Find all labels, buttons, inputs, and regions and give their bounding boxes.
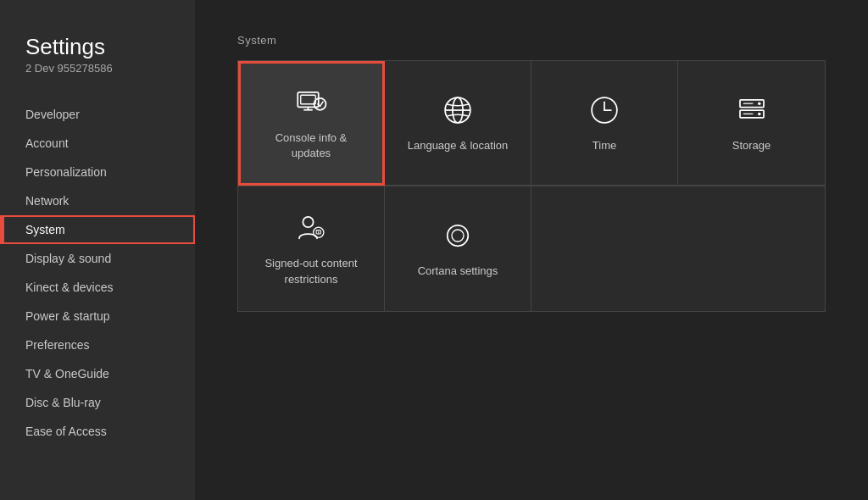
sidebar-item-power-startup[interactable]: Power & startup	[0, 302, 195, 331]
svg-point-21	[448, 225, 469, 247]
sidebar-header: Settings 2 Dev 955278586	[0, 34, 195, 100]
language-location-label: Language & location	[408, 138, 509, 153]
grid-item-signed-out-content[interactable]: Signed-out content restrictions	[238, 186, 385, 310]
grid-item-time[interactable]: Time	[531, 61, 678, 186]
section-label: System	[237, 34, 826, 47]
storage-label: Storage	[732, 138, 771, 153]
svg-point-17	[303, 217, 313, 227]
signed-out-label: Signed-out content restrictions	[264, 256, 357, 286]
sidebar-item-tv-oneguide[interactable]: TV & OneGuide	[0, 359, 195, 388]
console-info-label: Console info & updates	[275, 131, 348, 161]
cortana-label: Cortana settings	[418, 264, 498, 279]
sidebar: Settings 2 Dev 955278586 Developer Accou…	[0, 0, 195, 500]
grid-row-1: Console info & updates Language & locati…	[238, 61, 825, 186]
sidebar-item-kinect-devices[interactable]: Kinect & devices	[0, 273, 195, 302]
sidebar-item-network[interactable]: Network	[0, 186, 195, 215]
svg-point-22	[452, 230, 464, 242]
sidebar-item-disc-bluray[interactable]: Disc & Blu-ray	[0, 388, 195, 417]
grid-row-2: Signed-out content restrictions Cortana …	[238, 186, 825, 310]
time-label: Time	[593, 138, 616, 153]
grid-item-language-location[interactable]: Language & location	[385, 61, 531, 186]
sidebar-item-account[interactable]: Account	[0, 129, 195, 158]
grid-empty-1	[531, 186, 678, 310]
grid-item-cortana-settings[interactable]: Cortana settings	[385, 186, 531, 310]
sidebar-item-developer[interactable]: Developer	[0, 100, 195, 129]
svg-rect-1	[301, 95, 316, 104]
sidebar-item-preferences[interactable]: Preferences	[0, 331, 195, 359]
console-update-icon	[293, 85, 329, 120]
settings-grid: Console info & updates Language & locati…	[237, 60, 826, 312]
grid-item-storage[interactable]: Storage	[678, 61, 825, 186]
svg-point-14	[758, 113, 761, 116]
main-content: System Console info & updates	[195, 0, 868, 500]
language-location-icon	[440, 92, 476, 128]
storage-icon	[734, 92, 770, 128]
sidebar-item-system[interactable]: System	[0, 215, 195, 244]
device-id: 2 Dev 955278586	[25, 62, 170, 75]
sidebar-item-ease-of-access[interactable]: Ease of Access	[0, 417, 195, 446]
sidebar-nav: Developer Account Personalization Networ…	[0, 100, 195, 483]
sidebar-item-personalization[interactable]: Personalization	[0, 158, 195, 186]
svg-point-13	[758, 102, 761, 105]
sidebar-item-display-sound[interactable]: Display & sound	[0, 244, 195, 273]
time-icon	[587, 92, 622, 128]
grid-item-console-info[interactable]: Console info & updates	[238, 61, 385, 186]
grid-empty-2	[678, 186, 825, 310]
settings-title: Settings	[25, 34, 170, 60]
cortana-icon	[440, 218, 476, 253]
signed-out-content-icon	[293, 210, 329, 246]
